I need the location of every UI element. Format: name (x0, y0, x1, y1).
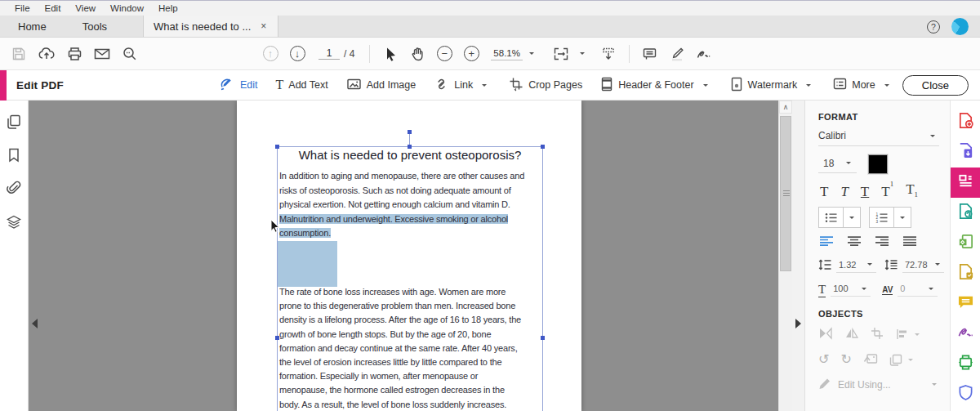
page-thumbnails-icon[interactable] (6, 114, 22, 133)
font-family-select[interactable]: Calibri (818, 130, 939, 146)
crop-object-button[interactable] (871, 327, 884, 342)
superscript-button[interactable]: T1 (881, 185, 893, 199)
search-button[interactable] (118, 42, 142, 66)
next-page-button[interactable]: ↓ (285, 42, 310, 66)
menu-edit[interactable]: Edit (38, 3, 68, 13)
fit-dropdown-caret-icon[interactable] (580, 52, 585, 55)
page-number-input[interactable] (318, 47, 340, 60)
crop-icon (509, 77, 523, 93)
tab-home[interactable]: Home (0, 16, 65, 37)
highlight-button[interactable] (665, 42, 689, 66)
font-size-select[interactable]: 18 (818, 156, 857, 173)
help-icon[interactable]: ? (927, 20, 940, 34)
zoom-level-value[interactable]: 58.1% (491, 47, 523, 60)
line-spacing-select[interactable]: 1.32 (836, 260, 876, 273)
underline-button[interactable]: T (861, 185, 869, 199)
paragraph-spacing-select[interactable]: 72.78 (902, 260, 944, 273)
watermark-button[interactable]: Watermark (724, 73, 822, 98)
handle-mid-right[interactable] (541, 336, 545, 340)
hand-tool-button[interactable] (405, 42, 430, 66)
header-footer-button[interactable]: Header & Footer (595, 73, 717, 98)
compress-print-button[interactable] (951, 349, 980, 379)
sign-button[interactable] (692, 42, 716, 66)
align-center-button[interactable] (848, 236, 862, 249)
font-size-value: 18 (823, 158, 834, 169)
fit-page-button[interactable] (549, 42, 573, 66)
comment-panel-button[interactable] (951, 288, 980, 319)
italic-button[interactable]: T (840, 185, 848, 199)
rotation-handle[interactable] (408, 130, 412, 134)
bullet-list-caret-icon[interactable] (844, 208, 860, 227)
close-edit-button[interactable]: Close (902, 75, 969, 96)
menu-help[interactable]: Help (152, 3, 185, 13)
replace-image-button[interactable] (863, 352, 878, 368)
share-button[interactable] (34, 42, 59, 66)
more-button[interactable]: More (827, 74, 898, 96)
paragraph-1-text: In addition to aging and menopause, ther… (279, 171, 524, 209)
attachments-icon[interactable] (7, 181, 21, 200)
collapse-left-panel-icon[interactable] (32, 319, 38, 328)
char-scale-select[interactable]: 100 (831, 284, 871, 297)
menu-window[interactable]: Window (104, 3, 150, 13)
bullet-list-button[interactable] (819, 208, 844, 227)
vertical-scrollbar[interactable]: ∧ (778, 101, 792, 411)
scroll-mode-button[interactable] (596, 42, 621, 66)
bold-button[interactable]: T (820, 185, 828, 199)
char-spacing-select[interactable]: 0 (898, 284, 938, 297)
layers-icon[interactable] (6, 214, 22, 234)
crop-pages-button[interactable]: Crop Pages (503, 73, 588, 97)
select-tool-button[interactable] (378, 42, 403, 66)
ocr-pdf-button[interactable] (951, 198, 980, 228)
edit-mode-button[interactable]: Edit (214, 73, 264, 97)
scrollbar-up-icon[interactable]: ∧ (779, 101, 792, 114)
numbered-list-button[interactable]: 123 (870, 208, 894, 227)
align-justify-button[interactable] (903, 236, 917, 249)
user-avatar[interactable] (951, 18, 969, 35)
scrollbar-thumb[interactable] (780, 116, 791, 271)
right-collapse-strip (792, 101, 804, 411)
add-text-button[interactable]: T Add Text (270, 74, 334, 96)
numbered-list-caret-icon[interactable] (894, 208, 911, 227)
arrange-copy-button[interactable] (889, 354, 917, 366)
rotate-cw-button[interactable]: ↻ (840, 353, 851, 366)
save-button[interactable] (7, 42, 31, 66)
forms-button[interactable] (951, 258, 980, 288)
previous-page-button[interactable]: ↑ (258, 42, 283, 66)
font-color-swatch[interactable] (868, 154, 888, 174)
subscript-button[interactable]: T1 (906, 182, 918, 199)
tab-tools[interactable]: Tools (65, 16, 125, 37)
email-button[interactable] (90, 42, 114, 66)
align-right-button[interactable] (875, 236, 889, 249)
zoom-dropdown-caret-icon[interactable] (529, 52, 534, 55)
tab-close-icon[interactable]: × (259, 20, 268, 32)
convert-pdf-button[interactable] (951, 137, 980, 168)
print-button[interactable] (62, 42, 87, 66)
menu-file[interactable]: File (8, 3, 37, 13)
align-left-button[interactable] (820, 236, 834, 249)
arrow-up-icon: ↑ (263, 46, 278, 61)
rotate-ccw-button[interactable]: ↺ (818, 353, 829, 366)
edit-using-select[interactable]: Edit Using... (818, 377, 941, 392)
tab-document[interactable]: What is needed to ... × (143, 16, 278, 37)
sign-panel-button[interactable] (951, 319, 980, 349)
comment-button[interactable] (638, 42, 662, 66)
bookmarks-icon[interactable] (7, 147, 20, 167)
export-office-button[interactable] (951, 228, 980, 258)
protect-pdf-button[interactable] (951, 379, 980, 409)
document-canvas[interactable]: What is needed to prevent osteoporosis? … (29, 101, 804, 411)
menu-view[interactable]: View (69, 3, 102, 13)
pdf-page[interactable]: What is needed to prevent osteoporosis? … (237, 101, 581, 411)
align-objects-button[interactable] (896, 328, 924, 340)
flip-vertical-button[interactable] (818, 327, 833, 342)
zoom-out-button[interactable]: − (432, 42, 457, 66)
link-button[interactable]: Link (428, 74, 497, 97)
add-image-button[interactable]: Add Image (341, 74, 421, 97)
flip-horizontal-button[interactable] (844, 327, 859, 342)
arrow-down-icon: ↓ (290, 46, 305, 61)
create-pdf-button[interactable] (951, 107, 980, 137)
zoom-in-button[interactable]: + (459, 42, 483, 66)
collapse-right-panel-icon[interactable] (795, 319, 801, 328)
sign-panel-icon (957, 325, 974, 343)
signature-icon (696, 47, 712, 61)
edit-panel-button-active[interactable] (951, 168, 980, 198)
